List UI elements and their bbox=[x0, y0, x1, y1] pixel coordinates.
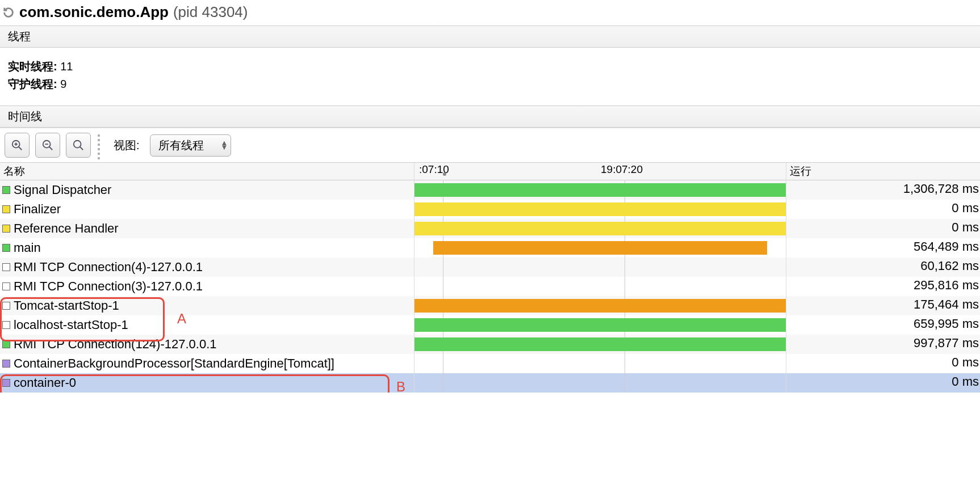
status-square-icon bbox=[2, 205, 10, 213]
name-cell: RMI TCP Connection(4)-127.0.0.1 bbox=[0, 258, 414, 277]
view-select[interactable]: 所有线程 ▲▼ bbox=[150, 134, 232, 157]
name-cell: Reference Handler bbox=[0, 219, 414, 238]
table-row[interactable]: Tomcat-startStop-1175,464 ms bbox=[0, 296, 980, 315]
run-cell: 295,816 ms bbox=[786, 277, 980, 296]
status-square-icon bbox=[2, 225, 10, 233]
thread-name: RMI TCP Connection(4)-127.0.0.1 bbox=[14, 260, 203, 275]
timeline-cell bbox=[414, 180, 786, 200]
run-cell: 60,162 ms bbox=[786, 258, 980, 277]
run-cell: 0 ms bbox=[786, 219, 980, 238]
view-label: 视图: bbox=[114, 138, 140, 153]
table-row[interactable]: RMI TCP Connection(3)-127.0.0.1295,816 m… bbox=[0, 277, 980, 296]
live-threads-value: 11 bbox=[60, 60, 73, 73]
timeline-bar bbox=[414, 337, 786, 351]
svg-point-7 bbox=[74, 141, 81, 148]
daemon-threads-value: 9 bbox=[60, 78, 66, 90]
refresh-icon bbox=[2, 6, 15, 19]
svg-line-1 bbox=[19, 147, 22, 150]
svg-line-8 bbox=[80, 147, 83, 150]
status-square-icon bbox=[2, 302, 10, 310]
name-cell: ContainerBackgroundProcessor[StandardEng… bbox=[0, 354, 414, 373]
run-cell: 564,489 ms bbox=[786, 238, 980, 258]
name-cell: Signal Dispatcher bbox=[0, 180, 414, 200]
table-row[interactable]: ContainerBackgroundProcessor[StandardEng… bbox=[0, 354, 980, 373]
run-cell: 659,995 ms bbox=[786, 315, 980, 335]
zoom-in-button[interactable] bbox=[5, 133, 30, 158]
table-row[interactable]: localhost-startStop-1659,995 ms bbox=[0, 315, 980, 335]
table-row[interactable]: container-00 ms bbox=[0, 373, 980, 393]
timeline-cell bbox=[414, 277, 786, 296]
timeline-cell bbox=[414, 373, 786, 393]
timeline-cell bbox=[414, 354, 786, 373]
name-cell: Tomcat-startStop-1 bbox=[0, 296, 414, 315]
name-cell: localhost-startStop-1 bbox=[0, 315, 414, 335]
timeline-bar bbox=[414, 222, 786, 235]
thread-name: RMI TCP Connection(3)-127.0.0.1 bbox=[14, 279, 203, 294]
timeline-bar bbox=[414, 299, 786, 313]
run-cell: 0 ms bbox=[786, 354, 980, 373]
table-row[interactable]: main564,489 ms bbox=[0, 238, 980, 258]
time-tick-2: 19:07:20 bbox=[601, 163, 643, 176]
table-row[interactable]: Signal Dispatcher1,306,728 ms bbox=[0, 180, 980, 200]
status-square-icon bbox=[2, 263, 10, 271]
status-square-icon bbox=[2, 379, 10, 387]
zoom-fit-button[interactable] bbox=[66, 133, 91, 158]
thread-name: ContainerBackgroundProcessor[StandardEng… bbox=[14, 356, 334, 371]
live-threads-label: 实时线程: bbox=[8, 60, 57, 73]
timeline-cell bbox=[414, 296, 786, 315]
thread-table: 名称 :07:10 19:07:20 运行 Signal Dispatcher1… bbox=[0, 162, 980, 393]
col-name[interactable]: 名称 bbox=[0, 163, 414, 180]
status-square-icon bbox=[2, 186, 10, 194]
col-timeline[interactable]: :07:10 19:07:20 bbox=[414, 163, 786, 180]
name-cell: container-0 bbox=[0, 373, 414, 393]
status-square-icon bbox=[2, 340, 10, 348]
run-cell: 0 ms bbox=[786, 373, 980, 393]
table-row[interactable]: Finalizer0 ms bbox=[0, 200, 980, 219]
app-name: com.sonic.demo.App bbox=[19, 3, 169, 21]
name-cell: Finalizer bbox=[0, 200, 414, 219]
run-cell: 997,877 ms bbox=[786, 335, 980, 354]
status-square-icon bbox=[2, 282, 10, 290]
thread-name: RMI TCP Connection(124)-127.0.0.1 bbox=[14, 337, 217, 352]
run-cell: 1,306,728 ms bbox=[786, 180, 980, 200]
table-row[interactable]: RMI TCP Connection(4)-127.0.0.160,162 ms bbox=[0, 258, 980, 277]
timeline-toolbar: 视图: 所有线程 ▲▼ bbox=[0, 128, 980, 162]
timeline-cell bbox=[414, 258, 786, 277]
status-square-icon bbox=[2, 244, 10, 252]
time-caret-icon bbox=[443, 172, 446, 176]
thread-name: Finalizer bbox=[14, 202, 61, 217]
svg-line-5 bbox=[49, 147, 53, 150]
timeline-cell bbox=[414, 200, 786, 219]
status-square-icon bbox=[2, 360, 10, 368]
run-cell: 175,464 ms bbox=[786, 296, 980, 315]
daemon-threads-label: 守护线程: bbox=[8, 78, 57, 90]
timeline-bar bbox=[414, 202, 786, 216]
view-select-value: 所有线程 bbox=[158, 138, 204, 153]
title-bar: com.sonic.demo.App (pid 43304) bbox=[0, 0, 980, 26]
toolbar-grip bbox=[98, 134, 101, 156]
run-cell: 0 ms bbox=[786, 200, 980, 219]
timeline-cell bbox=[414, 335, 786, 354]
timeline-cell bbox=[414, 315, 786, 335]
name-cell: RMI TCP Connection(124)-127.0.0.1 bbox=[0, 335, 414, 354]
thread-name: Signal Dispatcher bbox=[14, 183, 111, 197]
table-row[interactable]: Reference Handler0 ms bbox=[0, 219, 980, 238]
thread-name: container-0 bbox=[14, 375, 76, 390]
col-run[interactable]: 运行 bbox=[786, 163, 980, 180]
chevron-updown-icon: ▲▼ bbox=[221, 141, 228, 150]
timeline-cell bbox=[414, 238, 786, 258]
thread-name: main bbox=[14, 241, 41, 255]
name-cell: RMI TCP Connection(3)-127.0.0.1 bbox=[0, 277, 414, 296]
pid-label: (pid 43304) bbox=[173, 3, 248, 21]
name-cell: main bbox=[0, 238, 414, 258]
section-timeline-heading: 时间线 bbox=[0, 106, 980, 128]
timeline-bar bbox=[414, 183, 786, 197]
timeline-cell bbox=[414, 219, 786, 238]
table-row[interactable]: RMI TCP Connection(124)-127.0.0.1997,877… bbox=[0, 335, 980, 354]
table-header: 名称 :07:10 19:07:20 运行 bbox=[0, 162, 980, 180]
thread-name: Tomcat-startStop-1 bbox=[14, 298, 119, 313]
thread-stats: 实时线程: 11 守护线程: 9 bbox=[0, 48, 980, 106]
timeline-bar bbox=[433, 241, 768, 255]
thread-name: Reference Handler bbox=[14, 221, 119, 236]
zoom-out-button[interactable] bbox=[35, 133, 60, 158]
